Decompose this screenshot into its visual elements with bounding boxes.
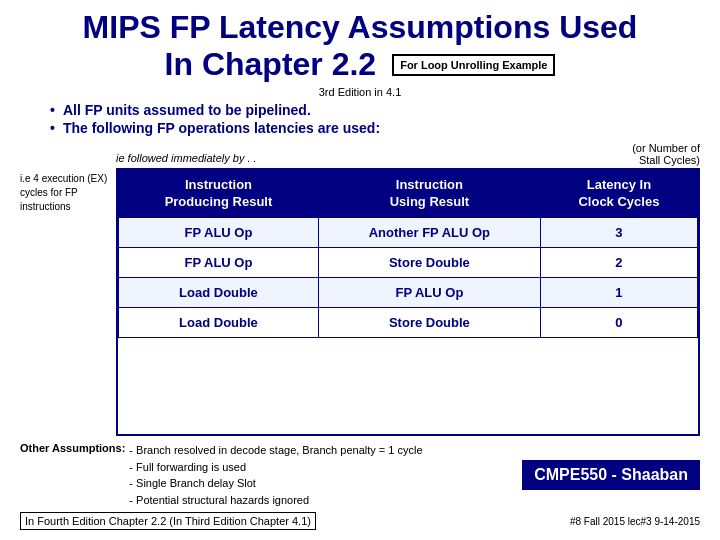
bullet-text-2: The following FP operations latencies ar… — [63, 120, 380, 136]
table-cell-col1: Load Double — [119, 308, 319, 338]
bullet-1: • All FP units assumed to be pipelined. — [50, 102, 700, 118]
table-cell-col2: Store Double — [318, 248, 540, 278]
table-cell-col2: FP ALU Op — [318, 278, 540, 308]
bottom-area: Other Assumptions: - Branch resolved in … — [20, 442, 700, 508]
table-cell-col3: 3 — [540, 218, 697, 248]
for-loop-badge: For Loop Unrolling Example — [392, 54, 555, 76]
table-cell-col3: 0 — [540, 308, 697, 338]
col-header-1: InstructionProducing Result — [119, 171, 319, 218]
stall-note: (or Number of Stall Cycles) — [632, 142, 700, 166]
table-row: FP ALU Op Another FP ALU Op 3 — [119, 218, 698, 248]
content-area: i.e 4 execution (EX) cycles for FP instr… — [20, 142, 700, 436]
table-cell-col2: Another FP ALU Op — [318, 218, 540, 248]
bullet-dot-1: • — [50, 102, 55, 118]
table-header-row: InstructionProducing Result InstructionU… — [119, 171, 698, 218]
col-header-3: Latency InClock Cycles — [540, 171, 697, 218]
assumption-item: - Full forwarding is used — [129, 459, 422, 476]
bullet-2: • The following FP operations latencies … — [50, 120, 700, 136]
assumption-item: - Potential structural hazards ignored — [129, 492, 422, 509]
main-title-line2: In Chapter 2.2 — [165, 47, 377, 82]
main-title-line1: MIPS FP Latency Assumptions Used — [83, 10, 638, 45]
col-header-2: InstructionUsing Result — [318, 171, 540, 218]
table-cell-col3: 2 — [540, 248, 697, 278]
left-note-text: i.e 4 execution (EX) cycles for FP instr… — [20, 173, 107, 212]
table-row: Load DoubleFP ALU Op1 — [119, 278, 698, 308]
edition-note: 3rd Edition in 4.1 — [20, 86, 700, 98]
bullet-dot-2: • — [50, 120, 55, 136]
footer-left: In Fourth Edition Chapter 2.2 (In Third … — [20, 512, 316, 530]
arrow-cell: Another FP ALU Op — [327, 225, 532, 240]
col2-text: Another FP ALU Op — [369, 225, 490, 240]
footer-right: #8 Fall 2015 lec#3 9-14-2015 — [570, 516, 700, 527]
left-note: i.e 4 execution (EX) cycles for FP instr… — [20, 142, 110, 436]
table-cell-col1: FP ALU Op — [119, 248, 319, 278]
header: MIPS FP Latency Assumptions Used In Chap… — [20, 10, 700, 82]
assumptions-items: - Branch resolved in decode stage, Branc… — [129, 442, 422, 508]
assumption-item: - Branch resolved in decode stage, Branc… — [129, 442, 422, 459]
assumptions-title: Other Assumptions: — [20, 442, 125, 454]
table-cell-col2: Store Double — [318, 308, 540, 338]
ie-followed-label: ie followed immediately by . . — [116, 152, 257, 164]
cmpe-badge: CMPE550 - Shaaban — [522, 460, 700, 490]
footer-bar: In Fourth Edition Chapter 2.2 (In Third … — [20, 512, 700, 530]
table-row: FP ALU OpStore Double2 — [119, 248, 698, 278]
bullet-text-1: All FP units assumed to be pipelined. — [63, 102, 311, 118]
assumption-item: - Single Branch delay Slot — [129, 475, 422, 492]
right-content: ie followed immediately by . . (or Numbe… — [116, 142, 700, 436]
latency-table: InstructionProducing Result InstructionU… — [116, 168, 700, 436]
table-row: Load DoubleStore Double0 — [119, 308, 698, 338]
table-cell-col3: 1 — [540, 278, 697, 308]
other-assumptions: Other Assumptions: - Branch resolved in … — [20, 442, 512, 508]
table-cell-col1: Load Double — [119, 278, 319, 308]
bullets-section: • All FP units assumed to be pipelined. … — [50, 102, 700, 138]
table-cell-col1: FP ALU Op — [119, 218, 319, 248]
